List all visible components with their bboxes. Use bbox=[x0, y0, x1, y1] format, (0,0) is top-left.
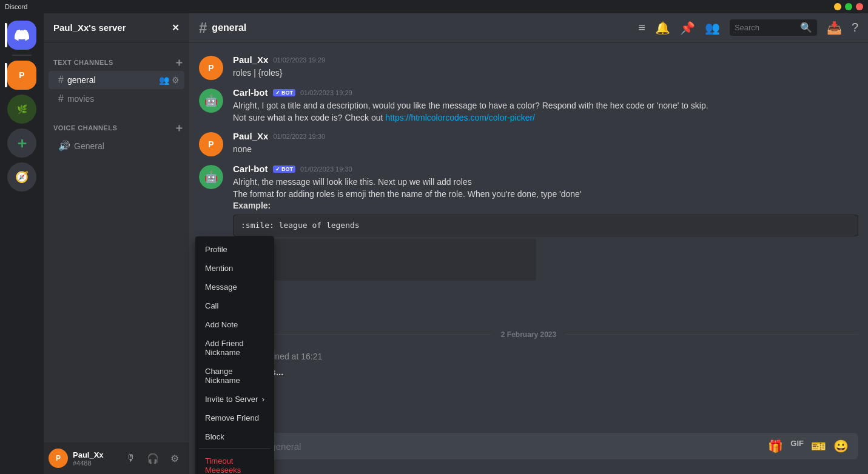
gift-button[interactable]: 🎁 bbox=[768, 439, 783, 453]
avatar-carlbot-2: 🤖 bbox=[199, 165, 223, 189]
channel-sidebar: Paul_Xx's server ✕ TEXT CHANNELS ＋ # gen… bbox=[44, 13, 189, 474]
notification-icon[interactable]: 🔔 bbox=[655, 21, 670, 35]
deafen-button[interactable]: 🎧 bbox=[143, 449, 163, 468]
message-content-4: Carl-bot ✓ BOT 01/02/2023 19:30 Alright,… bbox=[233, 164, 858, 283]
home-server-icon[interactable] bbox=[7, 21, 36, 50]
add-server-button[interactable]: ＋ bbox=[7, 129, 36, 158]
channel-item-general-voice[interactable]: 🔊 General bbox=[49, 136, 184, 155]
hash-icon: # bbox=[58, 75, 64, 85]
message-text-3: none bbox=[233, 144, 858, 156]
window-controls bbox=[834, 3, 863, 10]
server-icon-paulxx[interactable]: P bbox=[7, 61, 36, 90]
system-message-1: → Meeseeks... joined at 16:21 bbox=[189, 349, 868, 364]
message-header-4: Carl-bot ✓ BOT 01/02/2023 19:30 bbox=[233, 164, 858, 174]
date-divider: 2 February 2023 bbox=[189, 321, 868, 349]
server-header[interactable]: Paul_Xx's server ✕ bbox=[44, 13, 189, 42]
help-icon[interactable]: ? bbox=[852, 21, 858, 35]
voice-channels-section-header[interactable]: VOICE CHANNELS ＋ bbox=[44, 113, 189, 136]
messages-area: P Paul_Xx 01/02/2023 19:29 roles | {role… bbox=[189, 42, 868, 433]
inbox-icon[interactable]: 📥 bbox=[827, 21, 842, 35]
context-menu-item-invite-to-server[interactable]: Invite to Server › bbox=[199, 390, 271, 409]
context-menu-item-block[interactable]: Block bbox=[199, 427, 271, 446]
context-menu-item-mention[interactable]: Mention bbox=[199, 259, 271, 278]
server-active-indicator-2 bbox=[5, 63, 7, 87]
message-text-6: W... bbox=[233, 379, 858, 392]
user-settings-button[interactable]: ⚙ bbox=[165, 449, 184, 468]
context-menu-label-block: Block bbox=[205, 432, 224, 441]
speaker-icon: 🔊 bbox=[58, 140, 70, 152]
server-icon-dark[interactable]: 🌿 bbox=[7, 95, 36, 124]
chat-input-placeholder[interactable]: Message #general bbox=[226, 441, 761, 452]
close-button[interactable] bbox=[856, 3, 863, 10]
context-menu-item-profile[interactable]: Profile bbox=[199, 240, 271, 259]
text-channels-section-header[interactable]: TEXT CHANNELS ＋ bbox=[44, 47, 189, 70]
avatar-paulxx-2: P bbox=[199, 132, 223, 156]
context-menu-item-add-friend-nickname[interactable]: Add Friend Nickname bbox=[199, 334, 271, 362]
context-menu-label-change-nickname: Change Nickname bbox=[205, 367, 264, 385]
embed-desc-4: {roles} bbox=[243, 261, 529, 273]
search-placeholder: Search bbox=[735, 23, 795, 32]
minimize-button[interactable] bbox=[834, 3, 841, 10]
context-menu-label-remove-friend: Remove Friend bbox=[205, 413, 259, 422]
channel-item-movies[interactable]: # movies bbox=[49, 90, 184, 108]
message-group-4: 🤖 Carl-bot ✓ BOT 01/02/2023 19:30 Alrigh… bbox=[189, 161, 868, 285]
message-text-4c: Example: bbox=[233, 200, 858, 212]
members-icon[interactable]: 👥 bbox=[159, 75, 169, 85]
channel-list: TEXT CHANNELS ＋ # general 👥 ⚙ # movies V… bbox=[44, 42, 189, 442]
add-voice-channel-button[interactable]: ＋ bbox=[173, 122, 185, 133]
context-menu-label-call: Call bbox=[205, 301, 218, 310]
thread-icon[interactable]: ≡ bbox=[638, 21, 645, 35]
server-dropdown-icon: ✕ bbox=[172, 22, 180, 33]
message-text-4b: The format for adding roles is emoji the… bbox=[233, 189, 858, 201]
search-bar[interactable]: Search 🔍 bbox=[730, 19, 817, 36]
voice-channels-label: VOICE CHANNELS bbox=[53, 124, 117, 132]
context-menu-item-change-nickname[interactable]: Change Nickname bbox=[199, 362, 271, 390]
context-menu-item-call[interactable]: Call bbox=[199, 296, 271, 315]
context-menu-label-invite-to-server: Invite to Server bbox=[205, 395, 258, 404]
svg-text:🤖: 🤖 bbox=[204, 170, 218, 184]
message-group-5: P Paul_X... new... bbox=[189, 288, 868, 318]
explore-servers-button[interactable]: 🧭 bbox=[7, 162, 36, 192]
context-menu-item-message[interactable]: Message bbox=[199, 278, 271, 296]
emoji-button[interactable]: 😀 bbox=[833, 439, 849, 453]
embed-4: roles {roles} bbox=[233, 239, 536, 281]
context-menu-item-remove-friend[interactable]: Remove Friend bbox=[199, 409, 271, 427]
maximize-button[interactable] bbox=[845, 3, 852, 10]
context-menu-label-mention: Mention bbox=[205, 264, 233, 273]
members-list-icon[interactable]: 👥 bbox=[705, 21, 720, 35]
mute-button[interactable]: 🎙 bbox=[121, 449, 141, 468]
context-menu-label-add-note: Add Note bbox=[205, 320, 238, 329]
context-menu-item-add-note[interactable]: Add Note bbox=[199, 315, 271, 334]
hash-icon-2: # bbox=[58, 93, 64, 104]
message-group-6: 👾 Meeseeks... W... bbox=[189, 364, 868, 394]
submenu-arrow-icon: › bbox=[262, 395, 264, 404]
avatar-paulxx-1: P bbox=[199, 56, 223, 80]
add-text-channel-button[interactable]: ＋ bbox=[173, 57, 185, 68]
text-channels-label: TEXT CHANNELS bbox=[53, 59, 113, 66]
chat-header-channel: # general bbox=[199, 19, 631, 36]
settings-icon[interactable]: ⚙ bbox=[172, 75, 180, 85]
message-header-2: Carl-bot ✓ BOT 01/02/2023 19:29 bbox=[233, 87, 858, 98]
channel-item-general[interactable]: # general 👥 ⚙ bbox=[49, 71, 184, 89]
date-divider-text: 2 February 2023 bbox=[501, 330, 556, 339]
avatar-carlbot-1: 🤖 bbox=[199, 88, 223, 113]
pin-icon[interactable]: 📌 bbox=[680, 21, 695, 35]
app-container: P 🌿 ＋ 🧭 Paul_Xx's server ✕ TEXT CHANNELS… bbox=[0, 13, 868, 474]
server-active-indicator bbox=[5, 23, 7, 47]
channel-actions-general: 👥 ⚙ bbox=[159, 75, 180, 85]
carlbot-avatar-svg: 🤖 bbox=[199, 88, 223, 113]
message-text-4a: Alright, the message will look like this… bbox=[233, 176, 858, 189]
bot-badge-1: ✓ BOT bbox=[273, 89, 296, 96]
gif-button[interactable]: GIF bbox=[790, 439, 804, 453]
message-content-3: Paul_Xx 01/02/2023 19:30 none bbox=[233, 131, 858, 156]
server-divider bbox=[12, 55, 32, 56]
context-menu-item-timeout[interactable]: Timeout Meeseeks bbox=[199, 452, 271, 474]
message-header-3: Paul_Xx 01/02/2023 19:30 bbox=[233, 131, 858, 141]
chat-header: # general ≡ 🔔 📌 👥 Search 🔍 📥 ? bbox=[189, 13, 868, 42]
message-header-6: Meeseeks... bbox=[233, 367, 858, 377]
channel-name-general-voice: General bbox=[74, 141, 180, 151]
channel-header-name: general bbox=[212, 22, 246, 33]
sticker-button[interactable]: 🎫 bbox=[811, 439, 826, 453]
message-link-2[interactable]: https://htmlcolorcodes.com/color-picker/ bbox=[385, 113, 535, 122]
message-text-1: roles | {roles} bbox=[233, 67, 858, 79]
